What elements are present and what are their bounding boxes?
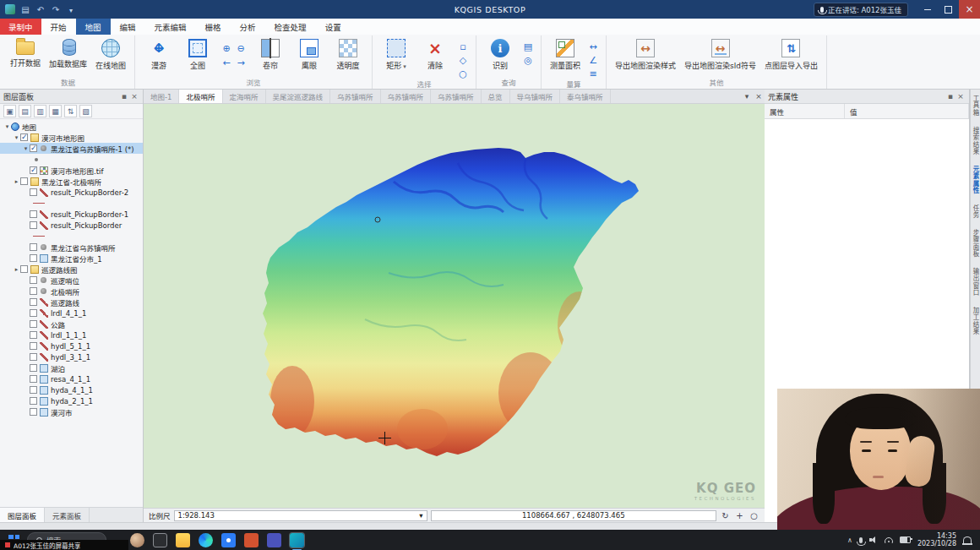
tree-visibility-icon[interactable]: ▥: [34, 105, 46, 117]
layer-visibility-checkbox[interactable]: [30, 210, 37, 218]
select-lasso-icon[interactable]: [457, 68, 469, 79]
layer-visibility-checkbox[interactable]: [30, 342, 37, 350]
layer-visibility-checkbox[interactable]: [30, 408, 37, 416]
save-icon[interactable]: [20, 5, 30, 14]
undo-icon[interactable]: [35, 5, 46, 14]
layer-visibility-checkbox[interactable]: [20, 177, 28, 185]
map-tab[interactable]: 北极哨所: [179, 90, 222, 103]
query-spatial-icon[interactable]: [522, 54, 534, 66]
tree-order-icon[interactable]: ▤: [19, 105, 31, 117]
layer-visibility-checkbox[interactable]: [30, 144, 37, 152]
map-tab[interactable]: 导乌镇哨所: [510, 90, 561, 103]
refresh-icon[interactable]: [720, 510, 731, 521]
locate-icon[interactable]: [734, 510, 745, 521]
layer-tree-item[interactable]: 黑龙江省乌苏镇哨所: [0, 242, 143, 253]
ribbon-button-加载数据库[interactable]: 加载数据库: [45, 36, 91, 71]
ribbon-button-打开数据[interactable]: 打开数据: [6, 36, 45, 70]
zoom-in-icon[interactable]: [220, 42, 232, 54]
ribbon-button-透明度[interactable]: 透明度: [329, 36, 368, 73]
redo-icon[interactable]: [51, 5, 61, 14]
layer-visibility-checkbox[interactable]: [20, 265, 28, 273]
ribbon-tab-开始[interactable]: 开始: [41, 19, 76, 35]
layer-visibility-checkbox[interactable]: [30, 287, 37, 295]
ribbon-button-清除[interactable]: 清除: [416, 36, 455, 73]
ribbon-button-导出地图渲染样式[interactable]: 导出地图渲染样式: [611, 36, 680, 73]
ribbon-button-鹰眼[interactable]: 鹰眼: [290, 36, 329, 73]
explorer-taskbar-icon[interactable]: [176, 533, 190, 547]
side-tab-工具箱[interactable]: 工具箱: [971, 95, 980, 117]
close-panel-icon[interactable]: [129, 92, 139, 101]
map-tab[interactable]: 总览: [482, 90, 510, 103]
layer-tree-item[interactable]: resa_4_1_1: [0, 373, 143, 384]
select-polygon-icon[interactable]: [457, 54, 469, 66]
layer-tree-item[interactable]: hyda_4_1_1: [0, 384, 143, 395]
close-panel-icon[interactable]: [956, 92, 966, 101]
layer-tree-item[interactable]: 漠河市地形图.tif: [0, 165, 143, 176]
map-canvas[interactable]: KQ GEO TECHNOLOGIES: [144, 104, 765, 508]
layer-visibility-checkbox[interactable]: [20, 133, 28, 141]
layer-tree-item[interactable]: 北极哨所: [0, 286, 143, 297]
tree-expander-icon[interactable]: ▸: [13, 178, 20, 185]
layer-tree-item[interactable]: hydl_5_1_1: [0, 340, 143, 351]
minimize-button[interactable]: [917, 0, 938, 19]
layer-visibility-checkbox[interactable]: [30, 243, 37, 251]
ribbon-button-导出地图渲染sld符号[interactable]: 导出地图渲染sld符号: [680, 36, 760, 73]
pin-icon[interactable]: [945, 92, 956, 101]
layer-visibility-checkbox[interactable]: [30, 386, 37, 394]
map-tab[interactable]: 乌苏镇哨所: [330, 90, 381, 103]
layer-visibility-checkbox[interactable]: [30, 320, 37, 328]
maximize-button[interactable]: [938, 0, 959, 19]
layer-tree-item[interactable]: lrdl_4_1_1: [0, 308, 143, 319]
ribbon-button-矩形[interactable]: 矩形: [377, 36, 416, 73]
notification-bell-icon[interactable]: [963, 536, 972, 544]
side-tab-元素属性[interactable]: 元素属性: [971, 166, 980, 194]
layer-tree-item[interactable]: ▾地图: [0, 121, 143, 132]
pin-icon[interactable]: [119, 92, 129, 101]
layer-tree-item[interactable]: hyda_2_1_1: [0, 395, 143, 406]
ribbon-button-全图[interactable]: 全图: [178, 36, 217, 73]
ribbon-button-识别[interactable]: 识别: [481, 36, 520, 73]
map-tab[interactable]: 定海哨所: [223, 90, 266, 103]
map-tab[interactable]: 泰乌镇哨所: [560, 90, 611, 103]
layer-tree-item[interactable]: result_PickupBorder: [0, 220, 143, 231]
ribbon-tab-地图[interactable]: 地图: [76, 19, 111, 35]
side-tab-输出窗口[interactable]: 输出窗口: [971, 268, 980, 297]
layer-tree-item[interactable]: ▾黑龙江省乌苏镇哨所-1 (*): [0, 143, 143, 154]
tree-filter-icon[interactable]: ▧: [79, 105, 92, 117]
select-point-icon[interactable]: [457, 41, 469, 52]
layer-tree-item[interactable]: hydl_3_1_1: [0, 351, 143, 362]
tray-battery-icon[interactable]: [900, 536, 911, 543]
tab-list-dropdown-icon[interactable]: [741, 90, 753, 103]
layer-visibility-checkbox[interactable]: [30, 375, 37, 383]
map-tab[interactable]: 乌苏镇哨所: [431, 90, 482, 103]
layer-visibility-checkbox[interactable]: [30, 309, 37, 317]
layer-tree-item[interactable]: ▸黑龙江省-北极哨所: [0, 176, 143, 187]
ribbon-tab-编辑[interactable]: 编辑: [111, 19, 145, 35]
record-status-tab[interactable]: 录制中: [0, 19, 41, 35]
layer-tree-item[interactable]: 漠河市: [0, 406, 143, 417]
tree-expander-icon[interactable]: ▸: [13, 266, 20, 273]
ribbon-button-卷帘[interactable]: 卷帘: [251, 36, 290, 73]
tree-expander-icon[interactable]: ▾: [3, 123, 11, 130]
ribbon-tab-分析[interactable]: 分析: [231, 19, 265, 35]
layer-visibility-checkbox[interactable]: [30, 353, 37, 361]
layer-tree-item[interactable]: result_PickupBorder-2: [0, 187, 143, 198]
layer-tree-item[interactable]: ▾漠河市地形图: [0, 132, 143, 143]
close-button[interactable]: ×: [959, 0, 980, 19]
tray-chevron-up-icon[interactable]: ∧: [847, 536, 852, 544]
ribbon-tab-检查处理[interactable]: 检查处理: [265, 19, 316, 35]
layer-tree-item[interactable]: 巡逻路线: [0, 297, 143, 308]
tree-legend-icon[interactable]: ▦: [49, 105, 62, 117]
maps-taskbar-icon[interactable]: [221, 533, 236, 547]
measure-result-icon[interactable]: [587, 68, 599, 79]
tray-wifi-icon[interactable]: [885, 537, 893, 543]
ribbon-button-测量面积[interactable]: 测量面积: [546, 36, 585, 73]
layer-visibility-checkbox[interactable]: [30, 276, 37, 284]
layer-tree-item[interactable]: 公路: [0, 319, 143, 329]
ribbon-button-漫游[interactable]: 漫游: [139, 36, 178, 73]
task-view-taskbar-icon[interactable]: [153, 533, 167, 547]
panel-tab-图层面板[interactable]: 图层面板: [0, 508, 45, 522]
side-tab-搜索结果[interactable]: 搜索结果: [971, 127, 980, 155]
layer-visibility-checkbox[interactable]: [30, 221, 37, 229]
ribbon-button-在线地图[interactable]: 在线地图: [91, 36, 130, 73]
